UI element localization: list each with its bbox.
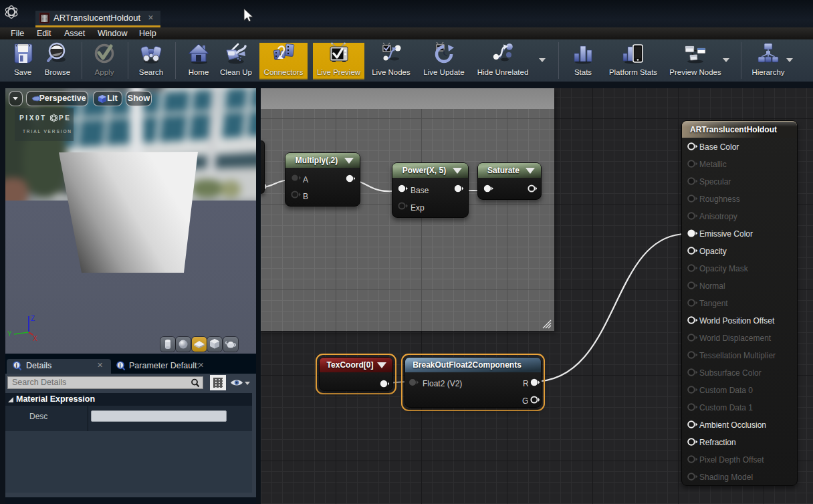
svg-text:i: i xyxy=(119,362,120,369)
svg-text:i: i xyxy=(15,362,17,369)
svg-text:X: X xyxy=(33,335,37,342)
svg-text:Z: Z xyxy=(31,315,35,322)
svg-text:Y: Y xyxy=(7,330,12,338)
